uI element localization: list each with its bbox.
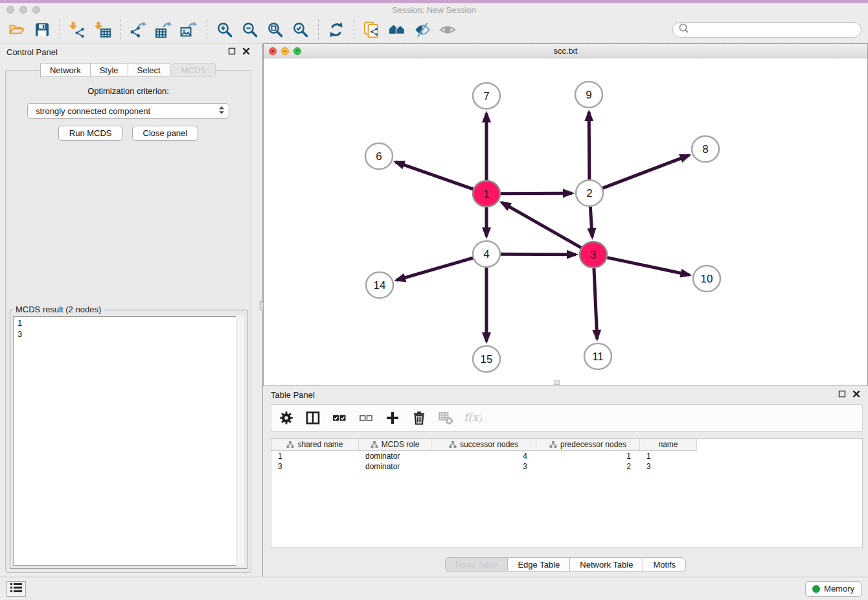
table-cell[interactable]: 1 [271, 451, 359, 461]
minimize-network-button[interactable]: − [281, 47, 289, 55]
zoom-fit-icon[interactable] [265, 19, 286, 40]
float-table-panel-icon[interactable] [838, 389, 846, 400]
graph-edge-4-14[interactable] [396, 258, 474, 281]
add-row-icon[interactable] [383, 408, 402, 428]
graph-node-4[interactable]: 4 [473, 241, 500, 267]
column-header-shared-name[interactable]: shared name [271, 439, 359, 451]
close-network-button[interactable]: × [269, 47, 277, 55]
graph-node-15[interactable]: 15 [473, 346, 500, 372]
zoom-network-button[interactable]: + [293, 47, 301, 55]
mcds-result-list[interactable]: 1 3 [13, 316, 244, 566]
network-canvas[interactable]: 7968124314101511 [264, 58, 867, 386]
close-window-button[interactable] [6, 6, 14, 14]
tab-network[interactable]: Network [40, 63, 91, 77]
table-cell[interactable]: 1 [536, 451, 640, 461]
graph-edge-1-6[interactable] [395, 162, 474, 189]
graph-node-11[interactable]: 11 [584, 343, 611, 369]
table-cell[interactable]: dominator [359, 451, 431, 461]
column-header-MCDS-role[interactable]: MCDS role [359, 439, 431, 451]
table-cell[interactable]: 3 [271, 461, 359, 472]
graph-node-3[interactable]: 3 [580, 242, 607, 268]
table-cell[interactable]: 4 [431, 451, 536, 461]
toolbar-separator [120, 19, 121, 40]
graph-node-9[interactable]: 9 [575, 82, 602, 108]
column-header-name[interactable]: name [640, 439, 697, 451]
graph-edge-3-10[interactable] [607, 257, 690, 275]
graph-node-6[interactable]: 6 [365, 143, 393, 169]
import-network-icon[interactable] [67, 19, 88, 40]
table-row[interactable]: 1dominator411 [271, 451, 862, 461]
export-table-icon[interactable] [154, 19, 174, 40]
graph-edge-3-1[interactable] [501, 202, 581, 248]
table-cell[interactable]: 1 [640, 451, 697, 461]
export-network-icon[interactable] [128, 19, 149, 40]
criterion-dropdown[interactable]: strongly connected component [27, 103, 229, 119]
close-panel-icon[interactable] [242, 46, 250, 58]
zoom-selected-icon[interactable] [290, 19, 311, 40]
graph-edge-2-8[interactable] [602, 156, 689, 189]
function-builder-icon: f(x) [463, 408, 482, 428]
show-columns-icon[interactable] [303, 408, 323, 428]
search-input[interactable] [692, 25, 856, 34]
graph-node-2[interactable]: 2 [576, 180, 603, 206]
import-table-icon[interactable] [93, 19, 113, 40]
result-scrollbar[interactable] [236, 316, 244, 566]
close-table-panel-icon[interactable] [852, 389, 860, 400]
clone-network-icon[interactable] [361, 19, 382, 40]
tab-select[interactable]: Select [128, 63, 170, 77]
graph-edge-4-3[interactable] [500, 254, 576, 255]
table-cell[interactable]: 3 [640, 461, 697, 472]
graph-edge-3-11[interactable] [594, 268, 597, 339]
graph-node-10[interactable]: 10 [693, 266, 720, 292]
canvas-grip[interactable] [554, 380, 560, 385]
show-panels-button[interactable] [6, 581, 26, 597]
memory-status-dot [812, 585, 820, 593]
zoom-in-icon[interactable] [214, 19, 235, 40]
first-neighbors-icon[interactable] [387, 19, 407, 40]
float-panel-icon[interactable] [228, 46, 236, 58]
table-header-row: shared nameMCDS rolesuccessor nodesprede… [271, 439, 862, 451]
graph-edge-2-9[interactable] [589, 112, 589, 179]
graph-edge-2-3[interactable] [590, 207, 592, 237]
tab-network-table[interactable]: Network Table [569, 557, 643, 571]
table-cell[interactable]: dominator [359, 461, 431, 472]
tab-node-table[interactable]: Node Table [445, 557, 508, 571]
graph-node-8[interactable]: 8 [692, 136, 719, 162]
close-panel-button[interactable]: Close panel [132, 126, 199, 141]
panel-splitter[interactable] [257, 43, 263, 577]
table-row[interactable]: 3dominator323 [271, 461, 862, 472]
run-mcds-button[interactable]: Run MCDS [58, 126, 123, 141]
graph-node-14[interactable]: 14 [366, 272, 393, 298]
graph-node-7[interactable]: 7 [473, 83, 500, 109]
apply-layout-icon[interactable] [326, 19, 347, 40]
graph-edge-1-2[interactable] [500, 193, 572, 194]
hide-selected-icon[interactable] [412, 19, 433, 40]
deselect-all-icon[interactable] [356, 408, 376, 428]
column-label: MCDS role [382, 440, 420, 449]
network-graph[interactable]: 7968124314101511 [264, 58, 867, 386]
tab-edge-table[interactable]: Edge Table [507, 557, 570, 571]
table-cell[interactable]: 3 [431, 461, 536, 472]
toolbar-icon-groups [6, 19, 458, 40]
toolbar-separator [318, 19, 319, 40]
column-header-successor-nodes[interactable]: successor nodes [431, 439, 536, 451]
node-table: shared nameMCDS rolesuccessor nodesprede… [271, 438, 863, 548]
tab-style[interactable]: Style [90, 63, 128, 77]
delete-row-icon[interactable] [409, 408, 429, 428]
select-all-icon[interactable] [330, 408, 349, 428]
tab-motifs[interactable]: Motifs [643, 557, 686, 571]
tab-mcds[interactable]: MCDS [172, 63, 216, 77]
memory-button[interactable]: Memory [805, 581, 862, 597]
column-header-predecessor-nodes[interactable]: predecessor nodes [536, 439, 640, 451]
zoom-out-icon[interactable] [240, 19, 260, 40]
toolbar-separator [60, 19, 60, 40]
table-options-icon[interactable] [277, 408, 296, 428]
open-file-icon[interactable] [6, 19, 27, 40]
export-image-icon[interactable] [179, 19, 200, 40]
graph-node-1[interactable]: 1 [473, 181, 500, 207]
table-cell[interactable]: 2 [536, 461, 640, 472]
save-session-icon[interactable] [32, 19, 52, 40]
zoom-window-button[interactable] [32, 6, 40, 14]
minimize-window-button[interactable] [19, 6, 27, 14]
search-box[interactable] [672, 22, 862, 38]
